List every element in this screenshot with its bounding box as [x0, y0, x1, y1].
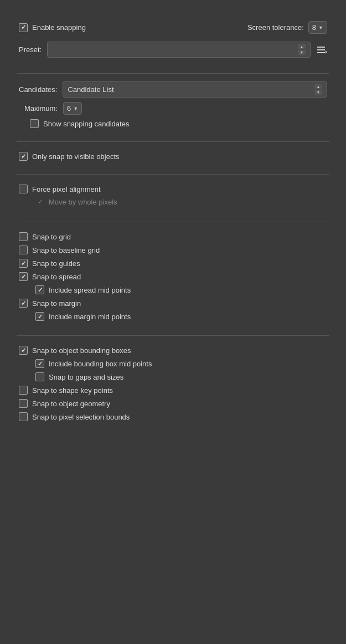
snap-grid-label: Snap to grid [32, 233, 71, 241]
snap-guides-checkbox[interactable]: ✓ [19, 259, 28, 268]
divider-5 [17, 335, 329, 336]
move-whole-pixels-label: Move by whole pixels [49, 198, 117, 206]
snap-pixel-selection-label: Snap to pixel selection bounds [32, 413, 130, 421]
preset-spin-down[interactable]: ▼ [298, 50, 306, 55]
snap-bounding-boxes-checkbox[interactable]: ✓ [19, 346, 28, 355]
enable-snapping-group: ✓ Enable snapping [19, 23, 86, 32]
snap-spread-checkbox[interactable]: ✓ [19, 272, 28, 281]
enable-snapping-checkmark: ✓ [21, 24, 26, 30]
include-spread-mid-label: Include spread mid points [49, 286, 131, 294]
svg-rect-1 [317, 49, 325, 50]
force-pixel-row: Force pixel alignment [19, 185, 327, 193]
snap-spread-label: Snap to spread [32, 273, 81, 281]
force-pixel-checkbox[interactable] [19, 185, 28, 193]
move-whole-pixels-row: ✓ Move by whole pixels [19, 198, 327, 206]
snap-options-group1: Snap to grid Snap to baseline grid ✓ Sna… [11, 230, 335, 328]
preset-input-wrapper[interactable]: ▲ ▼ [47, 42, 311, 58]
candidates-row: Candidates: Candidate List ▲ ▼ [19, 81, 327, 98]
maximum-select[interactable]: 6 ▼ [63, 102, 82, 115]
snap-margin-label: Snap to margin [32, 299, 81, 308]
preset-input[interactable] [52, 45, 298, 54]
snap-margin-row: ✓ Snap to margin [19, 299, 327, 308]
preset-row: Preset: ▲ ▼ [11, 42, 335, 65]
candidates-label: Candidates: [19, 85, 57, 94]
snap-options-group2: ✓ Snap to object bounding boxes ✓ Includ… [11, 344, 335, 428]
maximum-row: Maximum: 6 ▼ [19, 102, 327, 115]
candidates-spin-up[interactable]: ▲ [314, 84, 322, 89]
snap-gaps-checkbox[interactable] [35, 372, 44, 381]
force-pixel-label: Force pixel alignment [32, 185, 101, 193]
preset-spin-buttons: ▲ ▼ [298, 44, 306, 55]
snap-gaps-row: Snap to gaps and sizes [19, 372, 327, 381]
only-snap-row: ✓ Only snap to visible objects [11, 150, 335, 166]
enable-snapping-label: Enable snapping [32, 23, 86, 32]
divider-1 [17, 73, 329, 74]
snap-baseline-grid-checkbox[interactable] [19, 246, 28, 254]
snap-bounding-boxes-label: Snap to object bounding boxes [32, 346, 131, 355]
candidates-spin-buttons: ▲ ▼ [314, 84, 322, 95]
snap-shape-key-checkbox[interactable] [19, 386, 28, 395]
snap-object-geometry-label: Snap to object geometry [32, 400, 110, 408]
show-candidates-label: Show snapping candidates [43, 120, 129, 128]
maximum-label: Maximum: [19, 104, 58, 113]
svg-rect-2 [317, 52, 325, 53]
svg-rect-0 [317, 47, 325, 48]
preset-label: Preset: [19, 45, 42, 54]
snap-gaps-label: Snap to gaps and sizes [49, 373, 123, 381]
show-candidates-checkbox[interactable] [30, 119, 39, 128]
snap-grid-checkbox[interactable] [19, 232, 28, 241]
candidates-section: Candidates: Candidate List ▲ ▼ Maximum: … [11, 81, 335, 134]
include-bounding-mid-label: Include bounding box mid points [49, 360, 152, 368]
candidates-spin-down[interactable]: ▼ [314, 90, 322, 95]
enable-snapping-checkbox[interactable]: ✓ [19, 23, 28, 32]
snap-baseline-grid-label: Snap to baseline grid [32, 246, 100, 254]
divider-3 [17, 174, 329, 175]
snap-baseline-grid-row: Snap to baseline grid [19, 246, 327, 254]
snap-shape-key-label: Snap to shape key points [32, 386, 113, 395]
include-bounding-mid-checkbox[interactable]: ✓ [35, 359, 44, 368]
snap-bounding-boxes-row: ✓ Snap to object bounding boxes [19, 346, 327, 355]
include-margin-mid-label: Include margin mid points [49, 313, 131, 321]
tolerance-select-wrapper[interactable]: 8 ▼ [308, 21, 327, 34]
snap-spread-row: ✓ Snap to spread [19, 272, 327, 281]
include-bounding-mid-row: ✓ Include bounding box mid points [19, 359, 327, 368]
show-candidates-row: Show snapping candidates [19, 119, 327, 128]
hamburger-icon [316, 45, 327, 55]
tolerance-group: Screen tolerance: 8 ▼ [247, 21, 327, 34]
snap-pixel-selection-checkbox[interactable] [19, 412, 28, 421]
snap-object-geometry-checkbox[interactable] [19, 399, 28, 408]
candidates-select[interactable]: Candidate List ▲ ▼ [63, 81, 327, 98]
snap-guides-label: Snap to guides [32, 259, 80, 268]
only-snap-checkmark: ✓ [21, 154, 26, 160]
tolerance-label: Screen tolerance: [247, 23, 304, 32]
snap-margin-checkbox[interactable]: ✓ [19, 299, 28, 308]
only-snap-label: Only snap to visible objects [32, 152, 120, 161]
svg-marker-3 [326, 50, 327, 54]
include-margin-mid-row: ✓ Include margin mid points [19, 312, 327, 321]
only-snap-checkbox[interactable]: ✓ [19, 152, 28, 161]
snap-guides-row: ✓ Snap to guides [19, 259, 327, 268]
maximum-value: 6 [67, 104, 71, 113]
snapping-panel: ✓ Enable snapping Screen tolerance: 8 ▼ … [11, 11, 335, 433]
preset-spin-up[interactable]: ▲ [298, 44, 306, 49]
candidates-value: Candidate List [68, 85, 314, 94]
include-spread-mid-checkbox[interactable]: ✓ [35, 285, 44, 294]
snap-shape-key-row: Snap to shape key points [19, 386, 327, 395]
preset-menu-icon[interactable] [316, 45, 327, 55]
snap-grid-row: Snap to grid [19, 232, 327, 241]
divider-4 [17, 222, 329, 222]
snap-pixel-selection-row: Snap to pixel selection bounds [19, 412, 327, 421]
tolerance-dropdown-arrow: ▼ [318, 25, 323, 30]
snap-object-geometry-row: Snap to object geometry [19, 399, 327, 408]
maximum-arrow: ▼ [73, 106, 78, 111]
include-spread-mid-row: ✓ Include spread mid points [19, 285, 327, 294]
divider-2 [17, 141, 329, 142]
force-pixel-section: Force pixel alignment ✓ Move by whole pi… [11, 182, 335, 214]
header-row: ✓ Enable snapping Screen tolerance: 8 ▼ [11, 17, 335, 42]
include-margin-mid-checkbox[interactable]: ✓ [35, 312, 44, 321]
move-whole-pixels-check: ✓ [35, 198, 44, 206]
tolerance-value: 8 [312, 23, 316, 32]
